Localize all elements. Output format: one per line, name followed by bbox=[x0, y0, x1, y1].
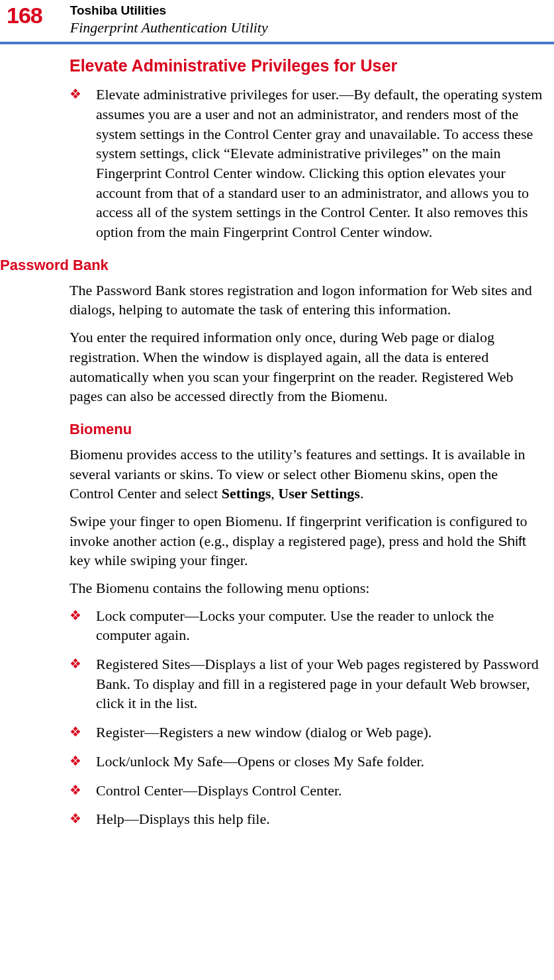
bullet-diamond-icon: ❖ bbox=[69, 85, 96, 103]
text-run: Swipe your finger to open Biomenu. If fi… bbox=[69, 513, 528, 549]
bullet-text: Help—Displays this help file. bbox=[96, 809, 270, 829]
bullet-diamond-icon: ❖ bbox=[69, 752, 96, 770]
chapter-title: Toshiba Utilities bbox=[70, 4, 268, 18]
content-column: Elevate Administrative Privileges for Us… bbox=[0, 56, 554, 865]
text-run: key while swiping your finger. bbox=[69, 552, 248, 568]
bullet-item: ❖ Lock/unlock My Safe—Opens or closes My… bbox=[69, 752, 543, 772]
paragraph: The Biomenu contains the following menu … bbox=[69, 578, 543, 598]
bold-text: User Settings bbox=[278, 485, 360, 502]
bullet-diamond-icon: ❖ bbox=[69, 781, 96, 799]
bullet-item: ❖ Control Center—Displays Control Center… bbox=[69, 781, 543, 801]
page-header: 168 Toshiba Utilities Fingerprint Authen… bbox=[0, 0, 554, 40]
heading-password-bank: Password Bank bbox=[0, 257, 543, 274]
bullet-item: ❖ Help—Displays this help file. bbox=[69, 809, 543, 829]
header-text-block: Toshiba Utilities Fingerprint Authentica… bbox=[70, 4, 268, 36]
paragraph: Biomenu provides access to the utility’s… bbox=[69, 445, 543, 504]
bullet-diamond-icon: ❖ bbox=[69, 606, 96, 625]
text-run: . bbox=[360, 485, 364, 502]
text-run: , bbox=[271, 485, 278, 502]
bullet-item: ❖ Elevate administrative privileges for … bbox=[69, 85, 543, 242]
bullet-item: ❖ Lock computer—Locks your computer. Use… bbox=[69, 606, 543, 645]
page: 168 Toshiba Utilities Fingerprint Authen… bbox=[0, 0, 554, 865]
paragraph: Swipe your finger to open Biomenu. If fi… bbox=[69, 512, 543, 570]
bullet-diamond-icon: ❖ bbox=[69, 809, 96, 828]
section-title: Fingerprint Authentication Utility bbox=[70, 19, 268, 36]
paragraph: The Password Bank stores registration an… bbox=[69, 281, 543, 320]
bullet-text: Register—Registers a new window (dialog … bbox=[96, 723, 432, 742]
bullet-text: Lock computer—Locks your computer. Use t… bbox=[96, 606, 543, 645]
bullet-text: Elevate administrative privileges for us… bbox=[96, 85, 543, 242]
paragraph: You enter the required information only … bbox=[69, 328, 543, 406]
bullet-text: Registered Sites—Displays a list of your… bbox=[96, 654, 543, 713]
bullet-text: Control Center—Displays Control Center. bbox=[96, 781, 342, 801]
heading-biomenu: Biomenu bbox=[69, 421, 543, 438]
bullet-text: Lock/unlock My Safe—Opens or closes My S… bbox=[96, 752, 424, 772]
heading-elevate: Elevate Administrative Privileges for Us… bbox=[69, 56, 543, 75]
bullet-item: ❖ Registered Sites—Displays a list of yo… bbox=[69, 654, 543, 713]
bullet-diamond-icon: ❖ bbox=[69, 654, 96, 673]
page-number: 168 bbox=[7, 4, 42, 26]
key-name: Shift bbox=[498, 533, 526, 549]
bold-text: Settings bbox=[222, 485, 271, 502]
header-rule bbox=[0, 42, 554, 44]
bullet-diamond-icon: ❖ bbox=[69, 723, 96, 741]
bullet-item: ❖ Register—Registers a new window (dialo… bbox=[69, 723, 543, 742]
